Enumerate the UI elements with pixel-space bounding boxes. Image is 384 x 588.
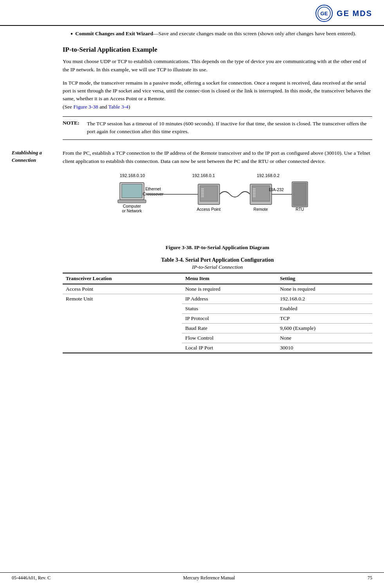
footer: 05-4446A01, Rev. C Mercury Reference Man… [0, 572, 384, 583]
left-margin [12, 30, 63, 143]
diagram-svg: 192.168.0.10 192.168.0.1 192.168.0.2 Eth… [116, 171, 319, 241]
cell-menu: Flow Control [182, 333, 277, 343]
divider-top [63, 116, 372, 117]
bullet-section: • Commit Changes and Exit Wizard—Save an… [63, 30, 372, 39]
table-subtitle: IP-to-Serial Connection [63, 264, 372, 270]
page-wrapper: GE GE MDS • Commit Changes and Exit Wiza… [0, 0, 384, 588]
establish-main: From the PC, establish a TCP connection … [63, 149, 372, 353]
svg-text:GE: GE [321, 11, 328, 16]
cell-setting: 30010 [277, 343, 372, 353]
bullet-text: Commit Changes and Exit Wizard—Save and … [75, 30, 356, 38]
cell-setting: 192.168.0.2 [277, 294, 372, 304]
cell-menu: Baud Rate [182, 323, 277, 333]
diagram-container: 192.168.0.10 192.168.0.1 192.168.0.2 Eth… [63, 171, 372, 251]
cell-location: Remote Unit [63, 294, 182, 353]
note-section: NOTE: The TCP session has a timeout of 1… [63, 120, 372, 136]
figure-caption: Figure 3-38. IP-to-Serial Application Di… [63, 244, 372, 251]
table-link[interactable]: Table 3-4 [108, 104, 128, 110]
footer-right: 75 [368, 575, 372, 581]
table-row: Access Point None is required None is re… [63, 284, 372, 294]
cell-setting: 9,600 (Example) [277, 323, 372, 333]
access-point-label: Access Point [197, 207, 220, 212]
establish-section: Establishing a Connection From the PC, e… [0, 145, 384, 353]
cell-menu: None is required [182, 284, 277, 294]
computer-label: Computer [123, 204, 141, 208]
svg-rect-4 [118, 200, 146, 203]
crosssover-label: Crosssover [142, 192, 164, 196]
bullet-dot: • [70, 30, 73, 39]
table-title: Table 3-4. Serial Port Application Confi… [63, 257, 372, 263]
ip3-label: 192.168.0.2 [257, 173, 279, 178]
and-text: and [98, 104, 108, 110]
establish-label: Establishing a Connection [12, 149, 59, 163]
establish-para: From the PC, establish a TCP connection … [63, 149, 372, 165]
fig-link[interactable]: Figure 3-38 [73, 104, 98, 110]
see-text: (See [63, 104, 73, 110]
para2-text: In TCP mode, the transceiver remains in … [63, 80, 371, 102]
cell-location: Access Point [63, 284, 182, 294]
section-heading: IP-to-Serial Application Example [63, 46, 372, 54]
cell-menu: Status [182, 304, 277, 313]
diagram-svg-wrapper: 192.168.0.10 192.168.0.1 192.168.0.2 Eth… [63, 171, 372, 241]
establish-left: Establishing a Connection [12, 149, 63, 353]
bullet-bold: Commit Changes and Exit Wizard [75, 31, 153, 36]
logo-area: GE GE MDS [315, 5, 372, 22]
cell-setting: None is required [277, 284, 372, 294]
header: GE GE MDS [0, 0, 384, 26]
main-content: • Commit Changes and Exit Wizard—Save an… [63, 30, 372, 143]
col-transceiver: Transceiver Location [63, 273, 182, 284]
para1: You must choose UDP or TCP to establish … [63, 58, 372, 74]
svg-rect-24 [293, 183, 306, 206]
divider-bottom [63, 139, 372, 140]
cell-setting: TCP [277, 313, 372, 323]
bullet-item: • Commit Changes and Exit Wizard—Save an… [70, 30, 372, 39]
cell-menu: IP Protocol [182, 313, 277, 323]
content-area: • Commit Changes and Exit Wizard—Save an… [0, 26, 384, 143]
rtu-label: RTU [296, 207, 304, 212]
footer-left: 05-4446A01, Rev. C [12, 575, 50, 581]
eia-label: EIA-232 [269, 187, 284, 192]
col-menu-item: Menu Item [182, 273, 277, 284]
svg-rect-3 [122, 184, 142, 198]
ip2-label: 192.168.0.1 [192, 173, 215, 178]
footer-center: Mercury Reference Manual [183, 575, 235, 581]
table-row: Remote Unit IP Address 192.168.0.2 [63, 294, 372, 304]
cell-menu: IP Address [182, 294, 277, 304]
remote-label: Remote [253, 207, 268, 212]
ip1-label: 192.168.0.10 [120, 173, 145, 178]
ethernet-label: Ethernet [145, 186, 161, 191]
cell-menu: Local IP Port [182, 343, 277, 353]
note-label: NOTE: [63, 120, 83, 126]
bullet-body: —Save and execute changes made on this s… [153, 31, 356, 36]
close-paren: ) [128, 104, 130, 110]
or-network-label: or Network [122, 208, 142, 213]
data-table: Transceiver Location Menu Item Setting A… [63, 273, 372, 353]
cell-setting: Enabled [277, 304, 372, 313]
table-header-row: Transceiver Location Menu Item Setting [63, 273, 372, 284]
para2: In TCP mode, the transceiver remains in … [63, 79, 372, 111]
col-setting: Setting [277, 273, 372, 284]
logo-text: GE MDS [337, 9, 372, 18]
logo-circle: GE [315, 5, 333, 22]
cell-setting: None [277, 333, 372, 343]
note-text: The TCP session has a timeout of 10 minu… [87, 120, 372, 136]
